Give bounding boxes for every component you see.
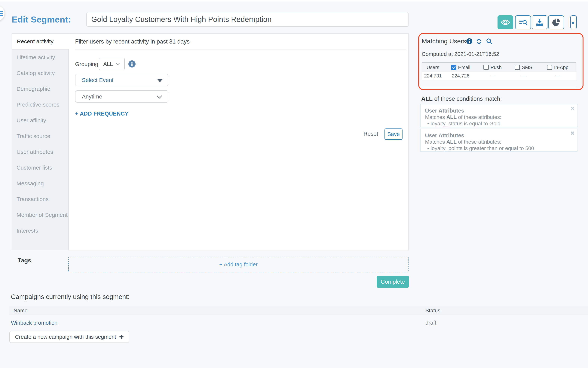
condition-title: User Attributes [425,107,573,114]
save-button[interactable]: Save [385,129,402,140]
grouping-label: Grouping: [75,59,100,69]
time-range-value: Anytime [76,93,102,100]
segment-name-input[interactable] [86,12,408,27]
sidebar: Lifetime activity Catalog activity Demog… [12,49,68,250]
condition-match-line: Matches ALL of these attributes: [425,114,573,120]
plus-icon [119,335,123,339]
sidebar-item-lifetime-activity[interactable]: Lifetime activity [12,49,68,65]
download-icon [535,18,544,26]
pie-chart-icon [552,18,560,27]
page-title: Edit Segment: [12,12,71,27]
reset-button[interactable]: Reset [363,129,378,138]
condition-match-line: Matches ALL of these attributes: [425,139,573,145]
clipped-icon [572,22,574,24]
preview-users-button[interactable] [497,15,513,29]
more-button[interactable] [570,15,577,29]
remove-condition-icon[interactable] [570,106,575,111]
name-column-header: Name [13,306,28,315]
eye-icon [501,19,510,26]
sidebar-item-user-affinity[interactable]: User affinity [12,112,68,128]
condition-card: User Attributes Matches ALL of these att… [420,104,578,127]
annotation-highlight-box [418,33,584,90]
create-campaign-button[interactable]: Create a new campaign with this segment [9,331,129,343]
chevron-down-icon [157,93,162,98]
complete-button[interactable]: Complete [377,276,409,288]
select-event-dropdown[interactable]: Select Event [75,74,168,86]
select-event-value: Select Event [76,77,114,83]
campaigns-table-header: Name Status [9,306,588,315]
tags-label: Tags [18,256,31,265]
sidebar-item-recent-activity[interactable]: Recent activity [12,33,69,49]
sidebar-item-catalog-activity[interactable]: Catalog activity [12,65,68,81]
condition-card: User Attributes Matches ALL of these att… [420,129,578,152]
filter-panel: Filter users by recent activity in past … [68,33,409,250]
create-campaign-label: Create a new campaign with this segment [15,334,116,340]
condition-rule: loyalty_status is equal to Gold [425,120,573,127]
sidebar-item-demographic[interactable]: Demographic [12,81,68,97]
sidebar-item-messaging[interactable]: Messaging [12,175,68,191]
sidebar-item-predictive-scores[interactable]: Predictive scores [12,97,68,112]
condition-title: User Attributes [425,132,573,139]
sidebar-item-interests[interactable]: Interests [12,223,68,239]
status-column-header: Status [426,306,440,315]
filter-heading: Filter users by recent activity in past … [75,37,190,46]
sidebar-item-transactions[interactable]: Transactions [12,191,68,207]
condition-rule: loyalty_points is greater than or equal … [425,145,573,152]
add-tag-folder-button[interactable]: + Add tag folder [68,257,408,272]
sidebar-item-traffic-source[interactable]: Traffic source [12,128,68,144]
top-white-strip [0,0,588,1]
hamburger-icon [0,11,3,12]
caret-down-icon [157,79,163,82]
divider [75,49,406,50]
campaign-name-link[interactable]: Winback promotion [11,319,57,327]
campaigns-heading: Campaigns currently using this segment: [11,292,130,301]
hamburger-menu-button[interactable] [0,6,4,21]
sidebar-item-customer-lists[interactable]: Customer lists [12,160,68,175]
remove-condition-icon[interactable] [570,131,575,135]
download-button[interactable] [532,15,548,29]
sidebar-item-user-attributes[interactable]: User attributes [12,144,68,160]
campaign-status: draft [426,319,436,327]
pie-chart-button[interactable] [548,15,564,29]
grouping-info-icon[interactable] [128,60,135,67]
query-log-button[interactable] [515,15,531,29]
chevron-down-icon [116,62,120,65]
grouping-select[interactable]: ALL [99,58,125,70]
grouping-value: ALL [99,61,113,67]
conditions-heading: ALL of these conditions match: [421,94,502,103]
time-range-dropdown[interactable]: Anytime [75,90,168,103]
sidebar-item-member-of-segment[interactable]: Member of Segment [12,207,68,223]
add-tag-folder-label: + Add tag folder [219,261,257,268]
add-frequency-link[interactable]: + ADD FREQUENCY [75,110,128,118]
list-search-icon [519,18,527,26]
